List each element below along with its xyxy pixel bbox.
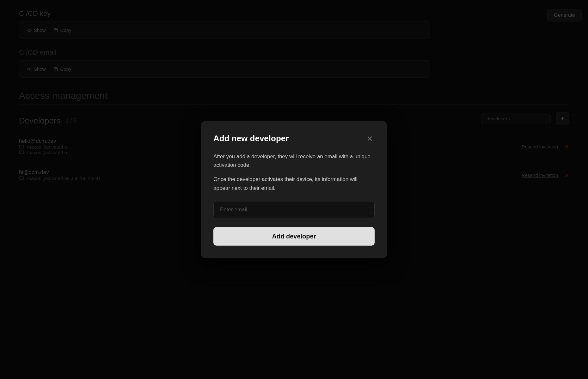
modal-body: After you add a developer, they will rec… [213, 152, 375, 192]
modal-close-button[interactable] [365, 134, 375, 143]
modal-header: Add new developer [213, 134, 375, 143]
modal-paragraph-2: Once the developer activates their devic… [213, 175, 375, 192]
modal-title: Add new developer [213, 134, 289, 143]
modal-email-input[interactable] [213, 201, 375, 218]
close-icon [366, 135, 373, 142]
modal-add-developer-button[interactable]: Add developer [213, 227, 375, 245]
modal-paragraph-1: After you add a developer, they will rec… [213, 152, 375, 169]
add-developer-modal: Add new developer After you add a develo… [201, 121, 387, 258]
